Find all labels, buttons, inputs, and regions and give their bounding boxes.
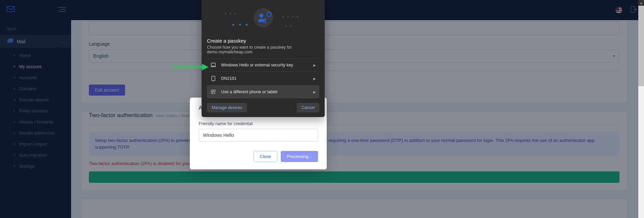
svg-marker-21 xyxy=(202,64,209,70)
passkey-option-qr[interactable]: Use a different phone or tablet▶ xyxy=(207,85,319,98)
svg-rect-17 xyxy=(214,90,215,92)
credential-name-label: Friendly name for credential xyxy=(199,121,318,126)
phone-icon xyxy=(210,76,216,81)
svg-rect-10 xyxy=(265,20,265,23)
passkey-subtitle: Choose how you want to create a passkey … xyxy=(207,45,319,54)
chevron-right-icon: ▶ xyxy=(313,63,316,67)
page-scrollbar[interactable]: ▲ xyxy=(638,0,644,218)
credential-name-input[interactable] xyxy=(199,129,318,142)
processing-button: Processing... xyxy=(281,151,318,162)
close-button[interactable]: Close xyxy=(254,151,277,162)
passkey-dialog: • • • ★ ★ ★ • • • • • • Create a passkey… xyxy=(202,0,325,117)
passkey-option-phone[interactable]: DN2101▶ xyxy=(207,71,319,85)
svg-point-15 xyxy=(213,80,214,80)
passkey-option-label: Use a different phone or tablet xyxy=(221,90,277,94)
scrollbar-thumb[interactable] xyxy=(638,6,644,86)
scroll-up-icon[interactable]: ▲ xyxy=(638,0,644,6)
svg-rect-11 xyxy=(265,22,266,23)
svg-point-8 xyxy=(259,13,263,17)
passkey-title: Create a passkey xyxy=(207,38,319,44)
laptop-icon xyxy=(210,63,216,67)
svg-rect-16 xyxy=(211,90,213,92)
svg-rect-18 xyxy=(211,92,213,94)
cancel-button[interactable]: Cancel xyxy=(297,103,319,112)
qr-icon xyxy=(210,90,216,94)
svg-point-9 xyxy=(264,18,266,20)
svg-rect-12 xyxy=(211,63,215,66)
passkey-option-label: Windows Hello or external security key xyxy=(221,63,293,67)
passkey-illustration: • • • ★ ★ ★ • • • • • • xyxy=(202,0,325,35)
annotation-arrow xyxy=(170,62,209,73)
chevron-right-icon: ▶ xyxy=(313,77,316,80)
passkey-option-laptop[interactable]: Windows Hello or external security key▶ xyxy=(207,58,319,71)
manage-devices-button[interactable]: Manage devices xyxy=(207,103,247,112)
chevron-right-icon: ▶ xyxy=(313,90,316,94)
passkey-option-label: DN2101 xyxy=(221,76,236,81)
svg-rect-19 xyxy=(214,93,215,94)
